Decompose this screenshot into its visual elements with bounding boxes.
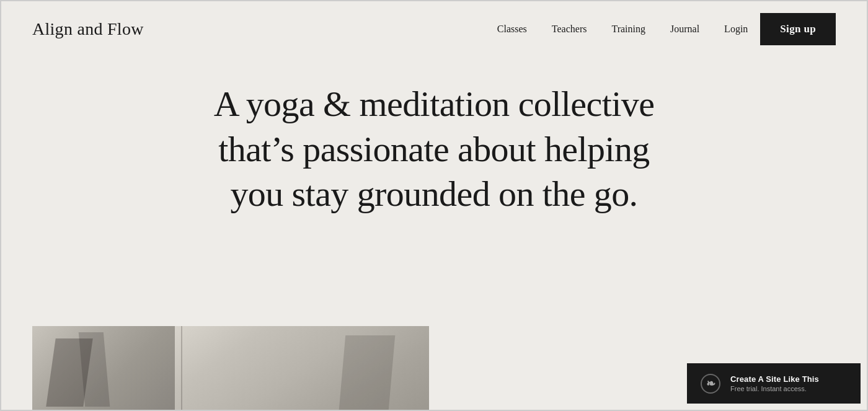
signup-button[interactable]: Sign up [760,13,836,45]
cta-icon: ❧ [699,373,722,395]
site-logo[interactable]: Align and Flow [32,19,144,39]
hero-section: A yoga & meditation collective that’s pa… [1,57,867,236]
image-panel-left [32,326,175,410]
hero-headline: A yoga & meditation collective that’s pa… [202,82,666,217]
cta-subtitle: Free trial. Instant access. [730,385,819,392]
site-header: Align and Flow Classes Teachers Training… [1,1,867,57]
nav-item-training[interactable]: Training [599,24,658,35]
image-panel-right [175,326,429,410]
hero-image [32,326,429,410]
main-nav: Classes Teachers Training Journal Login … [485,13,836,45]
cta-title: Create A Site Like This [730,374,819,384]
nav-item-journal[interactable]: Journal [658,24,712,35]
nav-item-teachers[interactable]: Teachers [539,24,600,35]
nav-item-classes[interactable]: Classes [485,24,539,35]
squarespace-logo-icon: ❧ [701,374,720,394]
cta-widget[interactable]: ❧ Create A Site Like This Free trial. In… [687,363,861,404]
login-button[interactable]: Login [712,24,760,35]
page-wrapper: Align and Flow Classes Teachers Training… [0,0,868,411]
cta-text-block: Create A Site Like This Free trial. Inst… [730,374,819,392]
